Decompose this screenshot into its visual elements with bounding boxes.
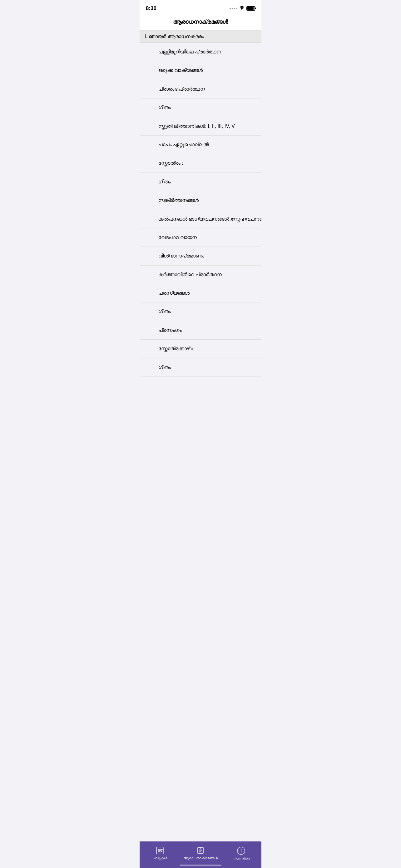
status-bar: 8:30 bbox=[140, 0, 261, 16]
list-item[interactable]: പരസ്യങ്ങൾ bbox=[140, 284, 261, 303]
list-item[interactable]: ഗീതം bbox=[140, 98, 261, 117]
tab-bar: പാട്ടുകൾ ആരാധനാക്രമങ്ങൾ Information bbox=[140, 841, 261, 868]
home-indicator bbox=[179, 865, 222, 866]
list-item[interactable]: വേദപാഠ വായന bbox=[140, 228, 261, 247]
list-item[interactable]: ഗീതം bbox=[140, 173, 261, 191]
svg-point-4 bbox=[241, 849, 242, 849]
status-time: 8:30 bbox=[146, 5, 157, 11]
svg-point-2 bbox=[161, 851, 162, 852]
status-icons bbox=[230, 6, 255, 11]
list-item[interactable]: വിശ്വാസപ്രമാണം bbox=[140, 247, 261, 265]
list-item[interactable]: സ്തോത്രക്കാഴ്ച bbox=[140, 340, 261, 358]
content-scroll: I. ഞായർ ആരാധനക്രമം പള്ളിമുറിയിലെ പ്രാർത്… bbox=[140, 31, 261, 405]
section-header: I. ഞായർ ആരാധനക്രമം bbox=[140, 31, 261, 43]
list-item[interactable]: പാപം ഏറ്റുചൊല്ലൽ bbox=[140, 135, 261, 154]
list-container: പള്ളിമുറിയിലെ പ്രാർത്ഥന ഒരുക്ക വാക്യങ്ങൾ… bbox=[140, 43, 261, 377]
list-item[interactable]: പ്രസംഗം bbox=[140, 321, 261, 340]
info-tab-label: Information bbox=[232, 857, 249, 860]
list-item[interactable]: കൽപനകൾ,ഭാഗ്യവചനങ്ങൾ,സ്നേഹവചനങ്ങൾ bbox=[140, 210, 261, 228]
songs-icon bbox=[156, 846, 164, 855]
svg-point-0 bbox=[241, 9, 242, 10]
section-header-text: I. ഞായർ ആരാധനക്രമം bbox=[144, 34, 204, 39]
info-icon bbox=[237, 846, 245, 855]
list-item[interactable]: പ്രാരംഭ പ്രാർത്ഥന bbox=[140, 80, 261, 98]
list-item[interactable]: ഗീതം bbox=[140, 303, 261, 321]
order-tab-label: ആരാധനാക്രമങ്ങൾ bbox=[183, 856, 218, 860]
list-item[interactable]: ഗീതം bbox=[140, 359, 261, 377]
battery-icon bbox=[246, 6, 255, 11]
wifi-icon bbox=[239, 6, 244, 11]
nav-title: ആരാധനാക്രമങ്ങൾ bbox=[140, 16, 261, 31]
signal-dots-icon bbox=[230, 8, 237, 9]
tab-info[interactable]: Information bbox=[221, 846, 261, 860]
list-item[interactable]: സ്തുതി ലിത്താനികൾ: I, II, III, IV, V bbox=[140, 117, 261, 135]
tab-songs[interactable]: പാട്ടുകൾ bbox=[140, 846, 180, 860]
list-item[interactable]: കർത്താവിൻറെ പ്രാർത്ഥന bbox=[140, 266, 261, 284]
list-item[interactable]: സ്തോത്രം : bbox=[140, 154, 261, 173]
order-icon bbox=[196, 846, 205, 855]
songs-tab-label: പാട്ടുകൾ bbox=[153, 856, 167, 860]
page-title: ആരാധനാക്രമങ്ങൾ bbox=[173, 19, 228, 25]
list-item[interactable]: സങ്കീർത്തനങ്ങൾ bbox=[140, 191, 261, 210]
tab-order[interactable]: ആരാധനാക്രമങ്ങൾ bbox=[180, 846, 221, 860]
list-item[interactable]: ഒരുക്ക വാക്യങ്ങൾ bbox=[140, 61, 261, 80]
list-item[interactable]: പള്ളിമുറിയിലെ പ്രാർത്ഥന bbox=[140, 43, 261, 61]
